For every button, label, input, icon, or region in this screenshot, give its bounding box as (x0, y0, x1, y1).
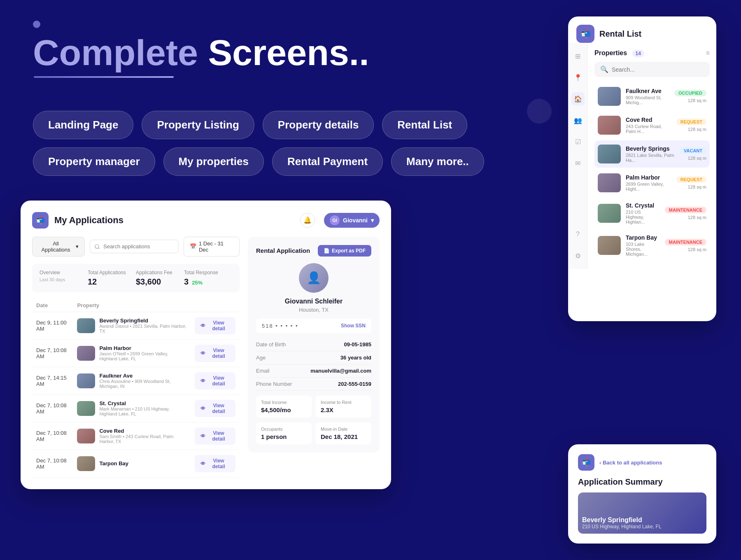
view-detail-button[interactable]: 👁 View detail (195, 345, 235, 362)
pill-rental-payment[interactable]: Rental Payment (272, 147, 383, 176)
row-action: 👁 View detail (191, 450, 240, 477)
table-row: Dec 7, 10:08 AM St. Crystal Mark Manaman… (32, 394, 240, 422)
rental-list-main: Properties 14 ≡ 🔍 Faulkner Ave 909 Woodl… (588, 43, 716, 269)
status-badge: REQUEST (676, 176, 706, 183)
total-income-box: Total Income $4,500/mo (256, 396, 312, 418)
stat-overview: Overview Last 30 days (40, 270, 88, 287)
filter-icon[interactable]: ≡ (706, 49, 710, 57)
summary-property-thumbnail: Beverly Springfield 210 US Highway, High… (578, 492, 706, 534)
occupancy-section: Occupants 1 person Move-in Date Dec 18, … (256, 422, 371, 444)
search-applications-input[interactable] (90, 240, 179, 253)
row-date: Dec 7, 10:08 AM (32, 394, 73, 422)
nav-icon-check[interactable]: ☑ (571, 135, 585, 148)
date-filter[interactable]: 📅 1 Dec - 31 Dec (184, 237, 240, 257)
property-list-thumbnail (598, 236, 621, 255)
row-action: 👁 View detail (191, 422, 240, 450)
property-thumbnail (77, 429, 95, 443)
row-property: Cove Red Sam Smith • 243 Curlew Road, Pa… (73, 422, 191, 450)
nav-icon-grid[interactable]: ⊞ (571, 49, 585, 63)
dob-label: Date of Birth (256, 341, 286, 348)
property-list-info: Cove Red 243 Curlew Road, Palm H... (626, 117, 671, 134)
stats-row: Overview Last 30 days Total Applications… (32, 264, 240, 292)
pill-property-details[interactable]: Property details (263, 111, 374, 139)
move-in-label: Move-in Date (321, 427, 366, 432)
view-detail-button[interactable]: 👁 View detail (195, 427, 235, 445)
total-income-label: Total Income (261, 400, 307, 405)
rental-list-item[interactable]: St. Crystal 210 US Highway, Highlan... M… (594, 198, 710, 229)
rental-list-item[interactable]: Faulkner Ave 909 Woodland St, Michig... … (594, 83, 710, 110)
nav-icon-settings[interactable]: ⚙ (571, 249, 585, 262)
rental-application-panel: Rental Application 📄 Export as PDF 👤 Gio… (248, 237, 380, 478)
rental-list-item[interactable]: Palm Harbor 2699 Green Valley, Highl... … (594, 169, 710, 196)
property-thumbnail (77, 373, 95, 388)
ssn-display: 518 • • • • • (262, 323, 298, 329)
row-property: Palm Harbor Jason O'Neill • 2699 Green V… (73, 339, 191, 367)
hero-dot (33, 21, 40, 28)
rental-list-item[interactable]: Beverly Springs 2821 Lake Sevilla, Palm … (594, 140, 710, 168)
rental-list-item[interactable]: Cove Red 243 Curlew Road, Palm H... REQU… (594, 112, 710, 139)
pill-many-more[interactable]: Many more.. (391, 147, 484, 176)
col-property: Property (73, 299, 191, 312)
table-row: Dec 9, 11:00 AM Beverly Springfield Awan… (32, 312, 240, 339)
stat-overview-sub: Last 30 days (40, 277, 88, 282)
hero-title-light: Complete (33, 32, 198, 73)
show-ssn-button[interactable]: Show SSN (341, 323, 366, 329)
view-detail-button[interactable]: 👁 View detail (195, 317, 235, 334)
all-applications-filter[interactable]: All Applications ▾ (32, 237, 85, 257)
pill-landing-page[interactable]: Landing Page (33, 111, 133, 139)
age-row: Age 36 years old (256, 351, 371, 364)
property-name: Cove Red (99, 428, 186, 434)
pill-rental-list[interactable]: Rental List (382, 111, 467, 139)
rental-list-title: Rental List (599, 29, 641, 39)
user-name: Giovanni (343, 217, 368, 224)
property-list-name: Tarpon Bay (626, 234, 660, 241)
bell-icon[interactable]: 🔔 (300, 213, 315, 228)
nav-icon-mail[interactable]: ✉ (571, 156, 585, 170)
search-icon: 🔍 (600, 65, 608, 73)
row-property: Faulkner Ave Chris Assouline • 909 Woodl… (73, 367, 191, 394)
export-pdf-button[interactable]: 📄 Export as PDF (318, 245, 371, 257)
email-row: Email manuelvilla@gmail.com (256, 364, 371, 378)
nav-icon-home[interactable]: 🏠 (571, 92, 585, 105)
property-thumbnail (77, 318, 95, 333)
property-sqm: 128 sq m (688, 247, 706, 252)
status-badge: MAINTENANCE (665, 207, 706, 213)
property-list-thumbnail (598, 116, 621, 135)
back-link[interactable]: ‹ Back to all applications (599, 460, 662, 466)
pill-my-properties[interactable]: My properties (163, 147, 264, 176)
user-badge[interactable]: GI Giovanni ▾ (324, 213, 380, 228)
row-property: St. Crystal Mark Manaman • 210 US Highwa… (73, 394, 191, 422)
property-list-thumbnail (598, 204, 621, 223)
nav-icon-people[interactable]: 👥 (571, 114, 585, 127)
nav-icon-location[interactable]: 📍 (571, 71, 585, 84)
view-detail-button[interactable]: 👁 View detail (195, 400, 235, 417)
property-address: Awandi Dasrul • 2821 Sevilla, Palm Harbo… (99, 324, 186, 334)
rental-list-nav: ⊞ 📍 🏠 👥 ☑ ✉ ? ⚙ (568, 43, 588, 269)
phone-value: 202-555-0159 (338, 381, 371, 387)
property-list-address: 2699 Green Valley, Highl... (626, 182, 671, 191)
app-header-left: 📬 My Applications (32, 212, 124, 229)
property-list-name: Beverly Springs (626, 145, 675, 152)
rental-list-body: ⊞ 📍 🏠 👥 ☑ ✉ ? ⚙ Properties 14 ≡ 🔍 (568, 43, 716, 269)
rental-list-search-input[interactable] (612, 66, 704, 73)
property-name: Beverly Springfield (99, 317, 186, 324)
app-content: All Applications ▾ 📅 1 Dec - 31 Dec Over… (32, 237, 380, 478)
stat-fee-label: Applications Fee (136, 270, 184, 275)
view-detail-button[interactable]: 👁 View detail (195, 372, 235, 390)
rental-list-item[interactable]: Tarpon Bay 103 Lake Shores, Michigan... … (594, 230, 710, 261)
table-row: Dec 7, 10:08 AM Palm Harbor Jason O'Neil… (32, 339, 240, 367)
stat-response-value: 3 (184, 277, 189, 287)
summary-property-name: Beverly Springfield (582, 516, 662, 524)
circle-decoration (527, 99, 552, 124)
property-list-info: Faulkner Ave 909 Woodland St, Michig... (626, 88, 669, 105)
app-card-title: My Applications (54, 215, 124, 226)
app-logo-icon: 📬 (32, 212, 49, 229)
total-income-value: $4,500/mo (261, 406, 307, 413)
property-address: Mark Manaman • 210 US Highway, Highland … (99, 406, 186, 416)
occupants-value: 1 person (261, 433, 307, 440)
row-action: 👁 View detail (191, 367, 240, 394)
pill-property-listing[interactable]: Property Listing (142, 111, 254, 139)
pill-property-manager[interactable]: Property manager (33, 147, 155, 176)
nav-icon-help[interactable]: ? (571, 228, 585, 241)
view-detail-button[interactable]: 👁 View detail (195, 455, 235, 472)
